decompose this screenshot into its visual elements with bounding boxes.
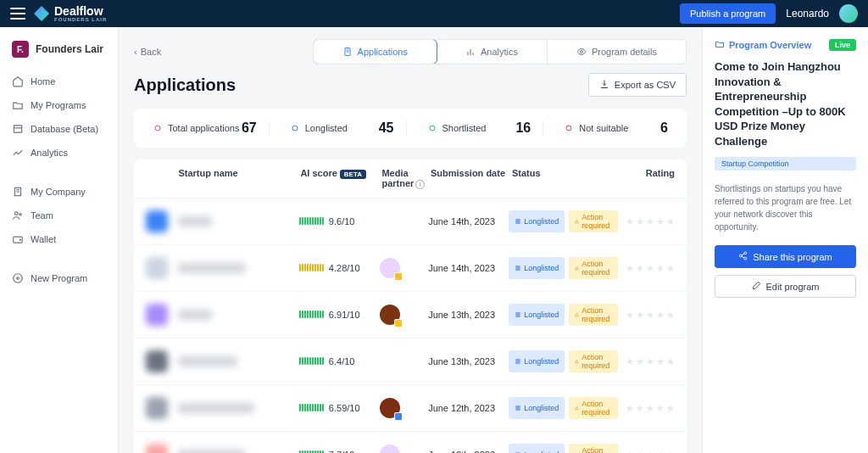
table-row[interactable]: 6.4/10 June 13th, 2023 Longlisted Action… bbox=[134, 338, 687, 385]
share-program-button[interactable]: Share this program bbox=[715, 245, 856, 268]
submission-date: June 13th, 2023 bbox=[428, 310, 509, 320]
logo-subtitle: FOUNDERS LAIR bbox=[54, 17, 107, 22]
star-icon[interactable]: ★ bbox=[656, 356, 665, 367]
avatar[interactable] bbox=[839, 4, 858, 23]
svg-rect-0 bbox=[14, 126, 21, 132]
star-icon[interactable]: ★ bbox=[646, 356, 654, 367]
rating-stars[interactable]: ★★★★★ bbox=[618, 403, 675, 414]
star-icon[interactable]: ★ bbox=[626, 450, 634, 454]
tab-program-details[interactable]: Program details bbox=[548, 40, 686, 64]
sidebar-item-new-program[interactable]: New Program bbox=[0, 266, 118, 290]
star-icon[interactable]: ★ bbox=[666, 450, 675, 454]
star-icon[interactable]: ★ bbox=[636, 450, 644, 454]
sidebar-item-my-company[interactable]: My Company bbox=[0, 180, 118, 204]
sidebar-item-analytics[interactable]: Analytics bbox=[0, 141, 118, 165]
stat-label: Total applications bbox=[168, 123, 239, 133]
sidebar-item-my-programs[interactable]: My Programs bbox=[0, 93, 118, 117]
star-icon[interactable]: ★ bbox=[626, 310, 634, 321]
table-row[interactable]: 9.6/10 June 14th, 2023 Longlisted Action… bbox=[134, 199, 687, 245]
star-icon[interactable]: ★ bbox=[646, 263, 654, 274]
rating-stars[interactable]: ★★★★★ bbox=[618, 450, 675, 454]
table-row[interactable]: 4.28/10 June 14th, 2023 Longlisted Actio… bbox=[134, 245, 687, 292]
star-icon[interactable]: ★ bbox=[646, 216, 654, 227]
info-icon[interactable]: i bbox=[415, 180, 425, 189]
star-icon[interactable]: ★ bbox=[656, 310, 665, 321]
eye-icon bbox=[576, 47, 587, 57]
svg-point-53 bbox=[744, 258, 747, 260]
status-action-required-tag[interactable]: Action required bbox=[569, 444, 618, 453]
topbar: Dealflow FOUNDERS LAIR Publish a program… bbox=[0, 0, 868, 27]
status-action-required-tag[interactable]: Action required bbox=[569, 397, 618, 419]
star-icon[interactable]: ★ bbox=[656, 450, 665, 454]
submission-date: June 13th, 2023 bbox=[428, 356, 509, 366]
star-icon[interactable]: ★ bbox=[626, 403, 634, 414]
logo[interactable]: Dealflow FOUNDERS LAIR bbox=[34, 5, 107, 22]
sidebar-item-wallet[interactable]: Wallet bbox=[0, 227, 118, 251]
media-partner-avatar[interactable] bbox=[380, 305, 400, 325]
page-title: Applications bbox=[134, 76, 236, 95]
rating-stars[interactable]: ★★★★★ bbox=[618, 263, 675, 274]
table-row[interactable]: 6.91/10 June 13th, 2023 Longlisted Actio… bbox=[134, 292, 687, 338]
star-icon[interactable]: ★ bbox=[636, 310, 644, 321]
star-icon[interactable]: ★ bbox=[636, 263, 644, 274]
sidebar: F. Founders Lair Home My Programs Databa… bbox=[0, 27, 119, 453]
status-longlisted-tag[interactable]: Longlisted bbox=[509, 257, 565, 279]
publish-program-button[interactable]: Publish a program bbox=[680, 3, 776, 24]
table-row[interactable]: 6.59/10 June 12th, 2023 Longlisted Actio… bbox=[134, 385, 687, 432]
status-action-required-tag[interactable]: Action required bbox=[569, 350, 618, 372]
star-icon[interactable]: ★ bbox=[646, 450, 654, 454]
menu-icon[interactable] bbox=[10, 8, 25, 20]
col-rating: Rating bbox=[618, 168, 675, 189]
status-longlisted-tag[interactable]: Longlisted bbox=[509, 304, 565, 326]
star-icon[interactable]: ★ bbox=[636, 403, 644, 414]
svg-point-51 bbox=[744, 252, 747, 254]
status-longlisted-tag[interactable]: Longlisted bbox=[509, 397, 565, 419]
star-icon[interactable]: ★ bbox=[646, 403, 654, 414]
star-icon[interactable]: ★ bbox=[666, 310, 675, 321]
tab-analytics[interactable]: Analytics bbox=[437, 40, 548, 64]
export-csv-button[interactable]: Export as CSV bbox=[588, 73, 687, 97]
sidebar-item-team[interactable]: Team bbox=[0, 204, 118, 227]
status-longlisted-tag[interactable]: Longlisted bbox=[509, 210, 565, 232]
star-icon[interactable]: ★ bbox=[626, 216, 634, 227]
status-action-required-tag[interactable]: Action required bbox=[569, 304, 618, 326]
folder-icon bbox=[12, 99, 24, 111]
table-row[interactable]: 7.7/10 June 12th, 2023 Longlisted Action… bbox=[134, 432, 687, 453]
workspace-selector[interactable]: F. Founders Lair bbox=[0, 36, 118, 70]
star-icon[interactable]: ★ bbox=[656, 403, 665, 414]
startup-name-blurred bbox=[178, 356, 237, 366]
user-name[interactable]: Leonardo bbox=[786, 8, 829, 20]
star-icon[interactable]: ★ bbox=[626, 356, 634, 367]
star-icon[interactable]: ★ bbox=[636, 356, 644, 367]
star-icon[interactable]: ★ bbox=[656, 263, 665, 274]
media-partner-avatar[interactable] bbox=[380, 258, 400, 278]
star-icon[interactable]: ★ bbox=[636, 216, 644, 227]
status-action-required-tag[interactable]: Action required bbox=[569, 257, 618, 279]
star-icon[interactable]: ★ bbox=[666, 356, 675, 367]
star-icon[interactable]: ★ bbox=[666, 216, 675, 227]
score-value: 4.28/10 bbox=[329, 263, 360, 273]
star-icon[interactable]: ★ bbox=[646, 310, 654, 321]
tab-applications[interactable]: Applications bbox=[313, 39, 437, 64]
status-action-required-tag[interactable]: Action required bbox=[569, 210, 618, 232]
rating-stars[interactable]: ★★★★★ bbox=[618, 216, 675, 227]
media-partner-avatar[interactable] bbox=[380, 445, 400, 453]
table-header: Startup name AI scoreBETA Media partneri… bbox=[134, 159, 687, 199]
status-longlisted-tag[interactable]: Longlisted bbox=[509, 444, 565, 453]
rating-stars[interactable]: ★★★★★ bbox=[618, 356, 675, 367]
star-icon[interactable]: ★ bbox=[626, 263, 634, 274]
star-icon[interactable]: ★ bbox=[666, 403, 675, 414]
media-partner-avatar[interactable] bbox=[380, 398, 400, 418]
sidebar-item-database[interactable]: Database (Beta) bbox=[0, 117, 118, 141]
chevron-left-icon: ‹ bbox=[134, 47, 137, 57]
star-icon[interactable]: ★ bbox=[656, 216, 665, 227]
beta-badge: BETA bbox=[340, 170, 366, 179]
panel-overview-label: Program Overview bbox=[715, 39, 811, 51]
edit-program-button[interactable]: Edit program bbox=[715, 275, 856, 298]
sidebar-item-home[interactable]: Home bbox=[0, 70, 118, 93]
back-link[interactable]: ‹Back bbox=[134, 47, 161, 57]
partner-badge-icon bbox=[394, 412, 403, 421]
rating-stars[interactable]: ★★★★★ bbox=[618, 310, 675, 321]
status-longlisted-tag[interactable]: Longlisted bbox=[509, 350, 565, 372]
star-icon[interactable]: ★ bbox=[666, 263, 675, 274]
